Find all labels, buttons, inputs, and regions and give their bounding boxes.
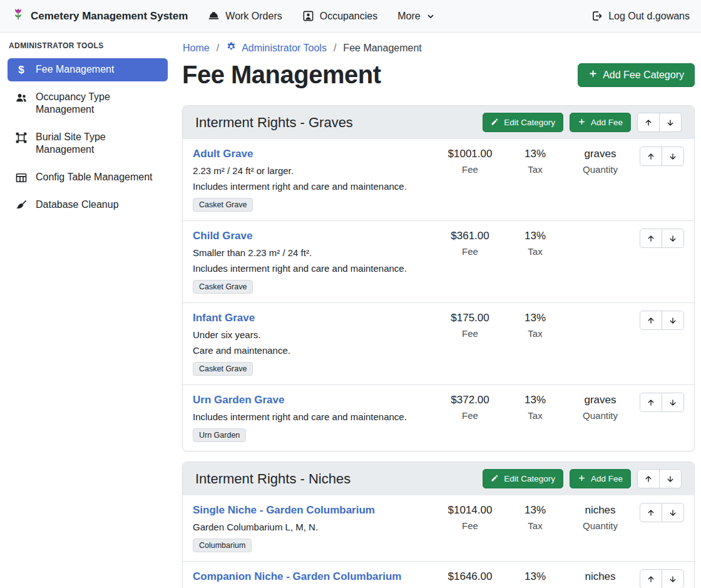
fee-row: Adult Grave 2.23 m² / 24 ft² or larger. … <box>183 139 694 220</box>
quantity-column <box>568 311 633 312</box>
move-fee-down-button[interactable] <box>662 311 684 330</box>
move-category-down-button[interactable] <box>659 113 682 132</box>
quantity-label: Quantity <box>568 410 633 421</box>
tax-value: 13% <box>503 504 568 517</box>
fee-name-link[interactable]: Child Grave <box>193 230 252 242</box>
sidebar-item-database-cleanup[interactable]: Database Cleanup <box>8 193 168 217</box>
fee-name-link[interactable]: Infant Grave <box>193 312 255 324</box>
quantity-column: niches Quantity <box>568 503 633 531</box>
dollar-icon: $ <box>15 64 28 76</box>
move-fee-up-button[interactable] <box>640 147 662 166</box>
add-fee-button[interactable]: Add Fee <box>570 113 631 132</box>
category-header: Interment Rights - Niches Edit Category … <box>183 462 694 495</box>
move-fee-up-button[interactable] <box>640 311 662 330</box>
add-fee-label: Add Fee <box>591 118 623 127</box>
nav-item-occupancies[interactable]: Occupancies <box>302 10 378 22</box>
edit-category-button[interactable]: Edit Category <box>483 113 563 132</box>
brand-title: Cemetery Management System <box>31 10 188 23</box>
users-icon <box>15 91 28 104</box>
quantity-unit: niches <box>568 504 633 517</box>
fee-name-link[interactable]: Single Niche - Garden Columbarium <box>193 504 375 517</box>
quantity-unit: niches <box>568 570 633 583</box>
move-fee-up-button[interactable] <box>640 393 662 412</box>
fee-amount: $1646.00 <box>437 570 503 583</box>
fee-name-link[interactable]: Adult Grave <box>193 148 253 160</box>
fee-row: Single Niche - Garden Columbarium Garden… <box>183 495 694 561</box>
tax-column: 13% Tax <box>503 229 568 257</box>
occupancy-icon <box>302 10 314 22</box>
move-fee-down-button[interactable] <box>662 229 684 248</box>
plus-icon <box>578 118 586 128</box>
fee-reorder-group <box>633 311 684 330</box>
app-brand[interactable]: Cemetery Management System <box>11 8 188 24</box>
move-fee-down-button[interactable] <box>662 393 684 412</box>
move-category-up-button[interactable] <box>637 469 660 488</box>
fee-name-link[interactable]: Urn Garden Grave <box>193 394 284 406</box>
tax-column: 13% Tax <box>503 569 568 588</box>
category-card-graves: Interment Rights - Graves Edit Category … <box>182 105 695 451</box>
main-content: Home / Administrator Tools / Fee Managem… <box>175 33 701 588</box>
fee-amount-label: Fee <box>437 246 503 257</box>
move-category-down-button[interactable] <box>659 469 682 488</box>
hard-hat-icon <box>208 10 220 22</box>
sidebar-item-label: Burial Site Type Management <box>36 131 160 157</box>
fee-info: Infant Grave Under six years. Care and m… <box>193 311 437 376</box>
vector-square-icon <box>15 132 28 144</box>
sidebar-item-burial-site-type-management[interactable]: Burial Site Type Management <box>8 126 168 162</box>
fee-description: Under six years. <box>193 329 432 340</box>
sidebar-item-occupancy-type-management[interactable]: Occupancy Type Management <box>8 86 168 121</box>
category-card-niches: Interment Rights - Niches Edit Category … <box>182 462 695 588</box>
fee-amount: $175.00 <box>437 312 503 324</box>
fee-name-link[interactable]: Companion Niche - Garden Columbarium <box>193 570 401 583</box>
move-fee-up-button[interactable] <box>640 503 662 522</box>
nav-item-work-orders[interactable]: Work Orders <box>208 10 282 22</box>
move-fee-up-button[interactable] <box>640 229 662 248</box>
fee-amount-column: $1001.00 Fee <box>437 147 503 175</box>
category-reorder-group <box>637 113 682 132</box>
move-fee-down-button[interactable] <box>662 503 684 522</box>
logout-button[interactable]: Log Out d.gowans <box>591 10 690 22</box>
tax-value: 13% <box>503 312 568 324</box>
edit-category-button[interactable]: Edit Category <box>483 469 563 488</box>
table-icon <box>15 172 28 184</box>
fee-row: Companion Niche - Garden Columbarium Gar… <box>183 561 694 588</box>
sidebar-item-config-table-management[interactable]: Config Table Management <box>8 166 168 189</box>
tax-value: 13% <box>503 394 568 406</box>
fee-amount-column: $372.00 Fee <box>437 393 503 421</box>
fee-reorder-group <box>633 503 684 522</box>
fee-description: Garden Columbarium L, M, N. <box>193 522 432 532</box>
fee-description: 2.23 m² / 24 ft² or larger. <box>193 165 432 176</box>
fee-row: Urn Garden Grave Includes interment righ… <box>183 384 694 451</box>
tax-column: 13% Tax <box>503 393 568 421</box>
tax-label: Tax <box>503 410 568 421</box>
sidebar-item-label: Config Table Management <box>36 171 153 183</box>
add-fee-button[interactable]: Add Fee <box>570 469 631 488</box>
breadcrumb-home-label: Home <box>183 43 210 54</box>
breadcrumb-home-link[interactable]: Home <box>183 43 210 54</box>
pencil-icon <box>491 118 499 128</box>
sidebar-item-fee-management[interactable]: $ Fee Management <box>8 58 168 81</box>
breadcrumb-admin-tools-link[interactable]: Administrator Tools <box>226 41 327 54</box>
fee-amount-column: $361.00 Fee <box>437 229 503 257</box>
fee-row: Infant Grave Under six years. Care and m… <box>183 302 694 384</box>
admin-sidebar: ADMINISTRATOR TOOLS $ Fee Management Occ… <box>0 33 175 588</box>
chevron-down-icon <box>426 12 435 21</box>
top-navbar: Cemetery Management System Work Orders O… <box>0 0 701 33</box>
move-fee-down-button[interactable] <box>662 147 684 166</box>
category-title: Interment Rights - Niches <box>195 471 476 487</box>
tax-column: 13% Tax <box>503 147 568 175</box>
nav-item-more[interactable]: More <box>397 11 434 22</box>
quantity-label: Quantity <box>568 520 633 531</box>
add-fee-label: Add Fee <box>591 474 623 483</box>
move-fee-up-button[interactable] <box>640 569 662 588</box>
fee-info: Urn Garden Grave Includes interment righ… <box>193 393 437 442</box>
quantity-column: niches Quantity <box>568 569 633 588</box>
move-fee-down-button[interactable] <box>662 569 684 588</box>
quantity-unit: graves <box>568 148 633 160</box>
fee-amount-label: Fee <box>437 164 503 175</box>
tax-column: 13% Tax <box>503 311 568 339</box>
fee-reorder-group <box>633 147 684 166</box>
fee-type-badge: Columbarium <box>193 539 252 552</box>
move-category-up-button[interactable] <box>637 113 660 132</box>
add-fee-category-button[interactable]: Add Fee Category <box>578 63 695 87</box>
